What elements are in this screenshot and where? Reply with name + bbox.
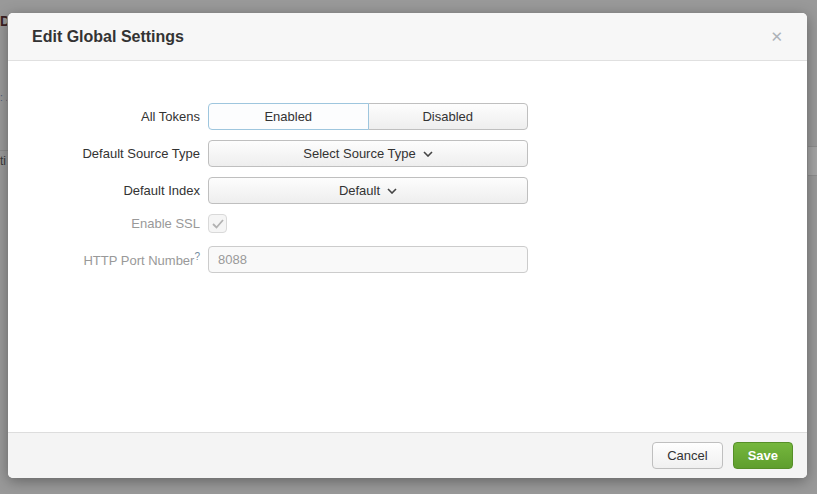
default-index-value: Default bbox=[339, 183, 380, 198]
help-icon: ? bbox=[194, 251, 200, 262]
default-source-type-value: Select Source Type bbox=[303, 146, 416, 161]
default-index-label: Default Index bbox=[8, 183, 200, 198]
save-button[interactable]: Save bbox=[733, 442, 793, 469]
modal-header: Edit Global Settings ✕ bbox=[8, 13, 807, 61]
all-tokens-label: All Tokens bbox=[8, 109, 200, 124]
all-tokens-enabled-button[interactable]: Enabled bbox=[208, 103, 369, 130]
background-page-divider bbox=[0, 150, 8, 151]
form-row-http-port: HTTP Port Number? bbox=[8, 246, 807, 273]
form-row-all-tokens: All Tokens Enabled Disabled bbox=[8, 103, 807, 130]
default-source-type-label: Default Source Type bbox=[8, 146, 200, 161]
background-page-fragment: ti bbox=[0, 154, 8, 168]
close-icon[interactable]: ✕ bbox=[770, 29, 783, 44]
form-row-default-source-type: Default Source Type Select Source Type bbox=[8, 140, 807, 167]
default-source-type-dropdown[interactable]: Select Source Type bbox=[208, 140, 528, 167]
enable-ssl-label: Enable SSL bbox=[8, 216, 200, 231]
background-page-button-edge bbox=[808, 146, 817, 176]
edit-global-settings-modal: Edit Global Settings ✕ All Tokens Enable… bbox=[8, 13, 807, 478]
all-tokens-disabled-button[interactable]: Disabled bbox=[368, 103, 529, 130]
background-page-fragment: : . bbox=[0, 92, 7, 104]
http-port-label: HTTP Port Number bbox=[83, 253, 194, 268]
default-index-dropdown[interactable]: Default bbox=[208, 177, 528, 204]
background-page-fragment: DI bbox=[0, 13, 7, 29]
form-row-enable-ssl: Enable SSL bbox=[8, 214, 807, 233]
cancel-button[interactable]: Cancel bbox=[652, 442, 722, 469]
chevron-down-icon bbox=[387, 188, 397, 194]
all-tokens-toggle: Enabled Disabled bbox=[208, 103, 528, 130]
http-port-input bbox=[208, 246, 528, 273]
form-row-default-index: Default Index Default bbox=[8, 177, 807, 204]
modal-body: All Tokens Enabled Disabled Default Sour… bbox=[8, 61, 807, 432]
modal-footer: Cancel Save bbox=[8, 432, 807, 478]
modal-title: Edit Global Settings bbox=[32, 28, 184, 46]
checkmark-icon bbox=[212, 215, 224, 233]
chevron-down-icon bbox=[423, 151, 433, 157]
enable-ssl-checkbox bbox=[208, 214, 227, 233]
